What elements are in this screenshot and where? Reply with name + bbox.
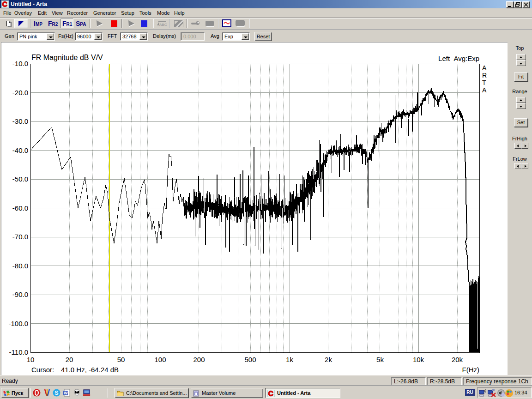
svg-text:ABC: ABC: [159, 23, 167, 27]
svg-text:-90.0: -90.0: [12, 290, 28, 298]
svg-text:-30.0: -30.0: [12, 117, 28, 125]
svg-text:10: 10: [27, 356, 35, 363]
svg-text:-60.0: -60.0: [12, 204, 28, 212]
svg-text:-40.0: -40.0: [12, 146, 28, 154]
svg-text:2k: 2k: [325, 356, 332, 363]
svg-text:R: R: [482, 72, 487, 79]
svg-text:5k: 5k: [376, 356, 384, 363]
svg-text:10k: 10k: [413, 356, 424, 363]
svg-text:1k: 1k: [286, 356, 293, 363]
svg-text:200: 200: [193, 356, 205, 363]
svg-text:50: 50: [117, 356, 125, 363]
svg-text:F(Hz): F(Hz): [462, 366, 480, 374]
svg-text:-80.0: -80.0: [12, 262, 28, 270]
svg-text:T: T: [482, 79, 486, 86]
svg-text:20: 20: [66, 356, 73, 363]
svg-text:100: 100: [154, 356, 166, 363]
svg-text:A: A: [482, 64, 487, 72]
svg-text:41.0 Hz, -64.24 dB: 41.0 Hz, -64.24 dB: [61, 366, 119, 374]
svg-text:FR Magnitude dB V/V: FR Magnitude dB V/V: [31, 54, 103, 61]
svg-text:W: W: [64, 391, 68, 395]
svg-text:S: S: [55, 390, 59, 396]
svg-text:20k: 20k: [452, 356, 463, 363]
svg-text:A: A: [482, 86, 487, 94]
svg-text:Left Avg:Exp: Left Avg:Exp: [438, 54, 479, 62]
svg-text:-70.0: -70.0: [12, 233, 28, 241]
svg-text:-50.0: -50.0: [12, 175, 28, 183]
svg-text:-110.0: -110.0: [9, 348, 28, 356]
svg-text:-10.0: -10.0: [12, 60, 28, 67]
svg-text:Cursor:: Cursor:: [31, 366, 54, 374]
svg-text:-100.0: -100.0: [8, 320, 28, 327]
svg-text:500: 500: [244, 356, 256, 363]
svg-text:-20.0: -20.0: [12, 89, 28, 97]
